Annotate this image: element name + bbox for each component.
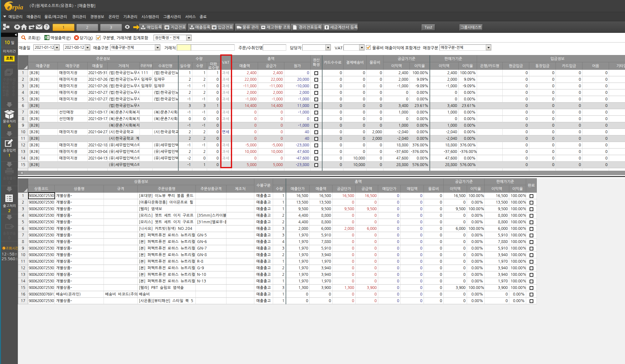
svg-text:e: e bbox=[8, 4, 10, 11]
svg-text:₩: ₩ bbox=[212, 26, 216, 29]
svg-text:rpia: rpia bbox=[12, 3, 23, 11]
svg-text:₩: ₩ bbox=[165, 26, 169, 29]
svg-text:?: ? bbox=[45, 25, 48, 29]
svg-text:X: X bbox=[44, 36, 47, 39]
